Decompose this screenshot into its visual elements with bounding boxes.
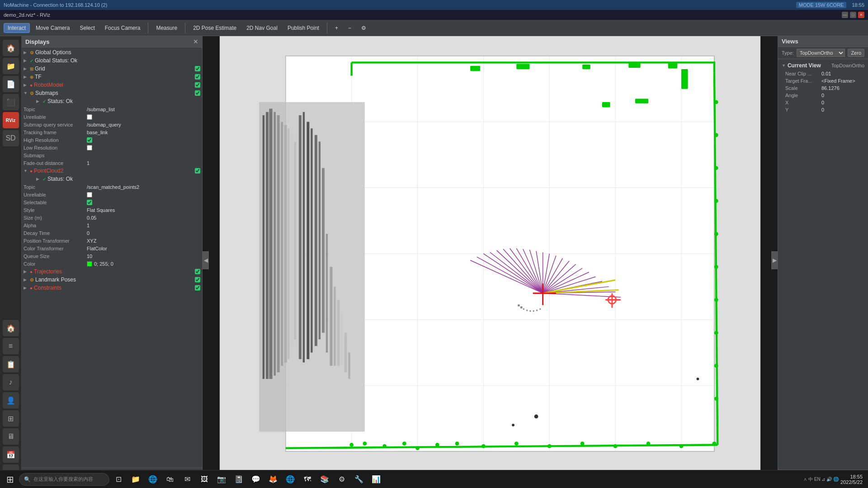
taskbar-icon-app1[interactable]: ⚙ [334, 471, 350, 488]
taskbar-icon-browser[interactable]: 🌐 [282, 471, 298, 488]
low-res-checkbox[interactable] [87, 145, 92, 150]
pc-pos-transformer-value[interactable]: XYZ [87, 238, 96, 244]
windows-start-button[interactable]: ⊞ [2, 471, 18, 488]
taskbar-icon-app3[interactable]: 📊 [368, 471, 384, 488]
close-button[interactable]: ✕ [858, 12, 864, 18]
pc-status-row[interactable]: ▶ ✓ Status: Ok [22, 175, 202, 183]
pointcloud2-checkbox[interactable] [195, 168, 200, 174]
global-options-row[interactable]: ▶ ⚙ Global Options [22, 48, 202, 56]
pc-alpha-value[interactable]: 1 [87, 223, 90, 228]
pc-size-value[interactable]: 0.05 [87, 215, 96, 221]
pc-queue-value[interactable]: 10 [87, 253, 92, 259]
robotmodel-row[interactable]: ▶ ● RobotModel [22, 81, 202, 89]
taskbar-icon-taskview[interactable]: ⊡ [110, 471, 127, 488]
left-icon-sd[interactable]: SD [3, 130, 19, 146]
left-icon-calendar[interactable]: 📅 [3, 446, 19, 463]
taskbar-icon-explorer[interactable]: 📁 [127, 471, 144, 488]
taskbar-icon-firefox[interactable]: 🦊 [265, 471, 281, 488]
robotmodel-checkbox[interactable] [195, 82, 200, 88]
current-view-header[interactable]: ▼ Current View TopDownOrtho [782, 61, 864, 70]
tf-checkbox[interactable] [195, 74, 200, 80]
near-clip-value[interactable]: 0.01 [821, 71, 831, 76]
left-icon-home2[interactable]: 🏠 [3, 320, 19, 336]
pc-unreliable-checkbox[interactable] [87, 192, 92, 197]
fade-out-value[interactable]: 1 [87, 160, 90, 166]
left-icon-grid[interactable]: ⊞ [3, 410, 19, 427]
pc-selectable-checkbox[interactable] [87, 200, 92, 205]
rviz-icon-button[interactable]: RViz [3, 112, 19, 128]
views-zero-button[interactable]: Zero [848, 49, 864, 57]
high-res-checkbox[interactable] [87, 137, 92, 143]
taskbar-search[interactable]: 🔍 在这里输入你要搜索的内容 [19, 473, 109, 486]
grid-checkbox[interactable] [195, 66, 200, 71]
landmark-poses-row[interactable]: ▶ ⚙ Landmark Poses [22, 276, 202, 284]
left-icon-user[interactable]: 👤 [3, 392, 19, 408]
trajectories-checkbox[interactable] [195, 269, 200, 274]
3d-view[interactable]: ◀ ▶ [203, 36, 778, 484]
taskbar-icon-photos[interactable]: 🖼 [196, 471, 212, 488]
taskbar-icon-maps[interactable]: 🗺 [299, 471, 316, 488]
taskbar-icon-kindle[interactable]: 📚 [316, 471, 333, 488]
maximize-button[interactable]: □ [850, 12, 856, 18]
window-title: demo_2d.rviz* - RViz [4, 12, 842, 18]
interact-button[interactable]: Interact [4, 23, 30, 33]
displays-title: Displays [25, 38, 49, 45]
left-arrow-button[interactable]: ◀ [203, 251, 209, 269]
tf-row[interactable]: ▶ ⊕ TF [22, 73, 202, 81]
left-icon-music[interactable]: ♪ [3, 374, 19, 390]
x-value[interactable]: 0 [821, 100, 824, 105]
zoom-out-button[interactable]: − [344, 23, 355, 33]
constraints-row[interactable]: ▶ ● Constraints [22, 284, 202, 292]
measure-button[interactable]: Measure [152, 23, 181, 33]
left-icon-home[interactable]: 🏠 [3, 40, 19, 56]
submaps-row[interactable]: ▼ ⚙ Submaps [22, 89, 202, 97]
tracking-frame-value[interactable]: base_link [87, 130, 108, 135]
submaps-status-row[interactable]: ▶ ✓ Status: Ok [22, 97, 202, 105]
taskbar-icon-onenote[interactable]: 📓 [231, 471, 247, 488]
target-frame-value[interactable]: <Fixed Frame> [821, 78, 855, 84]
submaps-checkbox[interactable] [195, 90, 200, 96]
pc-topic-value[interactable]: /scan_matched_points2 [87, 184, 139, 190]
left-icon-layers[interactable]: ≡ [3, 338, 19, 354]
right-arrow-button[interactable]: ▶ [771, 251, 778, 269]
displays-close-btn[interactable]: ✕ [193, 38, 198, 45]
taskbar-icon-edge[interactable]: 🌐 [145, 471, 161, 488]
y-value[interactable]: 0 [821, 107, 824, 113]
taskbar-icon-app2[interactable]: 🔧 [351, 471, 367, 488]
taskbar-icon-mail[interactable]: ✉ [179, 471, 195, 488]
left-icon-note[interactable]: 📋 [3, 356, 19, 372]
pc-style-value[interactable]: Flat Squares [87, 207, 115, 213]
pointcloud2-row[interactable]: ▼ ● PointCloud2 [22, 167, 202, 175]
taskbar-icon-camera[interactable]: 📷 [213, 471, 230, 488]
submaps-unreliable-checkbox[interactable] [87, 114, 92, 120]
pc-color-transformer-value[interactable]: FlatColor [87, 246, 107, 251]
pose-2d-button[interactable]: 2D Pose Estimate [189, 23, 241, 33]
publish-point-button[interactable]: Publish Point [283, 23, 323, 33]
select-button[interactable]: Select [75, 23, 99, 33]
focus-camera-button[interactable]: Focus Camera [101, 23, 145, 33]
left-icon-doc[interactable]: 📄 [3, 76, 19, 92]
pc-color-swatch[interactable] [87, 261, 92, 267]
global-status-row[interactable]: ▶ ✓ Global Status: Ok [22, 56, 202, 65]
left-icon-monitor[interactable]: 🖥 [3, 428, 19, 445]
grid-row[interactable]: ▶ ⊞ Grid [22, 65, 202, 73]
views-type-select[interactable]: TopDownOrtho Orbit FPS [797, 49, 845, 57]
pc-decay-value[interactable]: 0 [87, 230, 90, 236]
taskbar-icon-store[interactable]: 🛍 [162, 471, 178, 488]
trajectories-row[interactable]: ▶ ● Trajectories [22, 267, 202, 276]
minimize-button[interactable]: — [842, 12, 848, 18]
submap-query-value[interactable]: /submap_query [87, 122, 121, 127]
zoom-in-button[interactable]: + [331, 23, 342, 33]
high-res-row: High Resolution [22, 136, 202, 144]
scale-value[interactable]: 86.1276 [821, 85, 840, 91]
angle-value[interactable]: 0 [821, 93, 824, 98]
submaps-topic-value[interactable]: /submap_list [87, 107, 115, 112]
taskbar-icon-teams[interactable]: 💬 [248, 471, 264, 488]
constraints-checkbox[interactable] [195, 285, 200, 291]
move-camera-button[interactable]: Move Camera [32, 23, 74, 33]
nav-goal-button[interactable]: 2D Nav Goal [242, 23, 282, 33]
left-icon-folder[interactable]: 📁 [3, 58, 19, 74]
left-icon-terminal[interactable]: ⬛ [3, 94, 19, 110]
settings-button[interactable]: ⚙ [357, 23, 370, 33]
landmark-poses-checkbox[interactable] [195, 277, 200, 282]
